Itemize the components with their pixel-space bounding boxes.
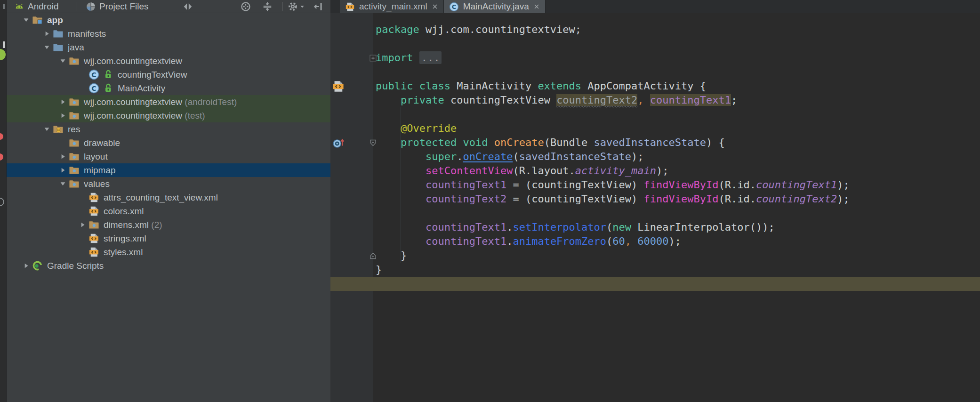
android-icon xyxy=(14,1,24,12)
tree-item-label: app xyxy=(47,15,63,25)
toolbar-separator xyxy=(77,2,77,11)
tree-item-app[interactable]: app xyxy=(7,13,330,27)
toolbar-separator xyxy=(282,2,283,11)
close-tab-icon[interactable] xyxy=(432,3,438,10)
tree-item-label: attrs_counting_text_view.xml xyxy=(104,193,218,203)
code-token: (R.id. xyxy=(719,193,756,205)
code-token: ); xyxy=(837,179,850,191)
expand-arrow-icon[interactable] xyxy=(20,263,32,269)
tree-item-suffix: (test) xyxy=(182,111,205,121)
collapse-arrow-icon[interactable] xyxy=(56,58,69,64)
code-token: countingText2 xyxy=(556,94,637,106)
android-view-label: Android xyxy=(28,1,59,12)
tree-item-java[interactable]: java xyxy=(7,40,330,54)
code-token: (R.id. xyxy=(719,179,756,191)
expand-arrow-icon[interactable] xyxy=(56,167,69,173)
tree-item-values[interactable]: values xyxy=(7,177,330,191)
code-line[interactable]: import ... xyxy=(376,51,980,65)
collapse-arrow-icon[interactable] xyxy=(20,17,32,23)
code-line[interactable]: protected void onCreate(Bundle savedInst… xyxy=(376,136,980,150)
expand-selector-button[interactable] xyxy=(183,0,193,13)
code-line[interactable]: countingText1 = (countingTextView) findV… xyxy=(376,178,980,192)
code-line[interactable]: @Override xyxy=(376,121,980,136)
code-line[interactable]: countingText1.animateFromZero(60, 60000)… xyxy=(376,234,980,249)
hide-panel-button[interactable] xyxy=(313,0,324,13)
tree-item-colors-xml[interactable]: colors.xml xyxy=(7,204,330,218)
collapse-arrow-icon[interactable] xyxy=(56,181,69,187)
tree-item-attrs-counting-text-view-xml[interactable]: attrs_counting_text_view.xml xyxy=(7,191,330,204)
tree-item-drawable[interactable]: drawable xyxy=(7,136,330,150)
expand-arrow-icon[interactable] xyxy=(40,31,53,37)
code-token: onCreate xyxy=(463,151,513,162)
tree-item-mipmap[interactable]: mipmap xyxy=(7,163,330,177)
tree-item-suffix: (androidTest) xyxy=(182,97,237,107)
tree-item-countingtextview[interactable]: CcountingTextView xyxy=(7,68,330,81)
locate-file-button[interactable] xyxy=(241,0,251,13)
code-line[interactable]: countingText1.setInterpolator(new Linear… xyxy=(376,220,980,234)
code-token xyxy=(376,151,426,162)
editor-tab[interactable]: CMainActivity.java xyxy=(444,0,546,13)
expand-arrow-icon[interactable] xyxy=(56,99,69,105)
svg-text:C: C xyxy=(91,85,96,92)
tree-item-gradle-scripts[interactable]: Gradle Scripts xyxy=(7,259,330,273)
collapse-arrow-icon[interactable] xyxy=(40,126,53,132)
folder-src-icon xyxy=(53,42,64,53)
expand-arrow-icon[interactable] xyxy=(76,222,88,228)
code-line[interactable]: } xyxy=(376,263,980,277)
code-line[interactable]: super.onCreate(savedInstanceState); xyxy=(376,150,980,164)
code-token: protected void xyxy=(401,137,494,148)
code-token: ( xyxy=(606,221,612,233)
code-token: ); xyxy=(631,151,644,162)
tree-item-wjj-com-countingtextview[interactable]: wjj.com.countingtextview xyxy=(7,54,330,68)
code-line[interactable]: } xyxy=(376,249,980,263)
collapse-all-button[interactable] xyxy=(262,0,273,13)
tree-item-wjj-com-countingtextview[interactable]: wjj.com.countingtextview (androidTest) xyxy=(7,95,330,109)
gear-icon xyxy=(288,1,298,12)
code-line[interactable]: package wjj.com.countingtextview; xyxy=(376,23,980,37)
code-line[interactable]: public class MainActivity extends AppCom… xyxy=(376,79,980,93)
tree-item-manifests[interactable]: manifests xyxy=(7,27,330,40)
tree-item-dimens-xml[interactable]: dimens.xml (2) xyxy=(7,218,330,232)
code-token: extends xyxy=(538,80,587,92)
code-token: (R.layout. xyxy=(513,165,575,177)
tree-item-strings-xml[interactable]: strings.xml xyxy=(7,232,330,245)
code-area[interactable]: package wjj.com.countingtextview;import … xyxy=(330,23,980,291)
code-token: private xyxy=(401,94,450,106)
editor-tab[interactable]: activity_main.xml xyxy=(340,0,444,13)
clipped-red-dot-icon xyxy=(0,153,3,161)
expand-arrow-icon[interactable] xyxy=(56,153,69,160)
tree-item-mainactivity[interactable]: CMainActivity xyxy=(7,81,330,95)
tree-item-label: colors.xml xyxy=(104,206,144,217)
code-line[interactable]: setContentView(R.layout.activity_main); xyxy=(376,164,980,178)
code-token: countingText1 xyxy=(426,235,506,247)
collapse-arrow-icon[interactable] xyxy=(40,44,53,50)
settings-button[interactable] xyxy=(288,0,305,13)
folder-src-icon xyxy=(53,28,64,39)
code-token: = (countingTextView) xyxy=(506,193,643,205)
code-token: countingText1 xyxy=(426,179,506,191)
caret-line[interactable] xyxy=(376,277,980,291)
code-line[interactable] xyxy=(376,37,980,51)
code-line[interactable]: private countingTextView countingText2, … xyxy=(376,93,980,107)
code-line[interactable] xyxy=(376,206,980,220)
close-tab-icon[interactable] xyxy=(533,3,540,10)
code-line[interactable] xyxy=(376,65,980,79)
code-line[interactable]: countingText2 = (countingTextView) findV… xyxy=(376,192,980,206)
code-token: super xyxy=(426,151,457,162)
tree-item-label: drawable xyxy=(84,138,120,148)
svg-text:C: C xyxy=(451,3,456,10)
tree-item-label: wjj.com.countingtextview xyxy=(84,56,182,66)
expand-arrow-icon[interactable] xyxy=(56,113,69,119)
code-line[interactable] xyxy=(376,107,980,121)
tree-item-layout[interactable]: layout xyxy=(7,150,330,163)
view-selector-project-files[interactable]: Project Files xyxy=(86,0,149,13)
tree-item-wjj-com-countingtextview[interactable]: wjj.com.countingtextview (test) xyxy=(7,109,330,122)
code-editor[interactable]: package wjj.com.countingtextview;import … xyxy=(330,13,980,402)
folder-pkg-icon xyxy=(69,96,80,107)
code-token: savedInstanceState xyxy=(519,151,631,162)
view-selector-android[interactable]: Android xyxy=(14,0,59,13)
clipped-toolwindow-icon xyxy=(3,41,5,48)
tree-item-styles-xml[interactable]: styles.xml xyxy=(7,245,330,259)
code-token xyxy=(644,94,650,106)
tree-item-res[interactable]: res xyxy=(7,122,330,136)
